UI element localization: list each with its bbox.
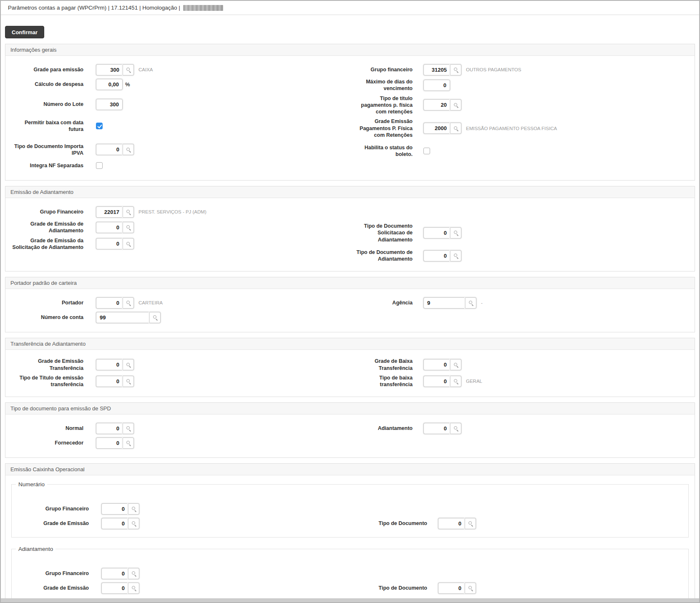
subsection-title: Numerário: [16, 481, 47, 487]
tipo-doc-solicitacao-lookup-button[interactable]: [450, 227, 461, 239]
grade-emissao-transferencia-input[interactable]: [96, 359, 123, 370]
search-icon: [453, 103, 458, 108]
grade-emissao-adiantamento-lookup-button[interactable]: [123, 222, 134, 233]
field-label: Grade de Emissão da Solicitação de Adian…: [10, 237, 83, 251]
tipo-doc-solicitacao-input[interactable]: [423, 227, 450, 239]
field-numero-lote: Número do Lote: [10, 98, 350, 110]
page-title: Parâmetros contas a pagar (WPCrPrm) | 17…: [8, 5, 180, 11]
field-caixinha-adiantamento-grupo-financeiro: Grupo Financeiro: [12, 568, 350, 579]
grade-para-emissao-input[interactable]: [96, 64, 123, 75]
tipo-titulo-emissao-transferencia-lookup-button[interactable]: [123, 376, 134, 387]
search-icon: [453, 253, 458, 258]
calculo-despesa-input[interactable]: [96, 79, 123, 90]
tipo-baixa-transferencia-input[interactable]: [423, 376, 450, 387]
field-description: EMISSÃO PAGAMENTO PESSOA FISICA: [466, 126, 557, 131]
grade-emissao-transferencia-lookup-button[interactable]: [123, 359, 134, 370]
numero-conta-input[interactable]: [96, 312, 149, 323]
numerario-grupo-financeiro-input[interactable]: [101, 503, 128, 515]
field-numero-conta: Número de conta: [10, 312, 350, 323]
spd-normal-lookup-button[interactable]: [123, 423, 134, 434]
numerario-grade-emissao-input[interactable]: [101, 518, 128, 529]
tipo-titulo-emissao-transferencia-input[interactable]: [96, 376, 123, 387]
grade-baixa-transferencia-input[interactable]: [423, 359, 450, 370]
grade-baixa-transferencia-lookup-button[interactable]: [450, 359, 461, 370]
tipo-doc-ipva-input[interactable]: [96, 144, 123, 155]
subsection-adiantamento: Adiantamento Grupo Financeiro: [11, 546, 689, 602]
section-title: Portador padrão de carteira: [5, 277, 695, 289]
search-icon: [126, 379, 131, 384]
habilita-status-checkbox[interactable]: [423, 148, 430, 154]
field-label: Integra NF Separadas: [10, 162, 83, 169]
field-label: Agência: [350, 299, 413, 306]
maximo-dias-input[interactable]: [423, 80, 450, 91]
tipo-titulo-pf-input[interactable]: [423, 99, 450, 111]
search-icon: [453, 67, 458, 72]
caixinha-adiantamento-grade-emissao-lookup-button[interactable]: [128, 583, 139, 594]
spd-adiantamento-input[interactable]: [423, 423, 450, 434]
field-label: Grade Emissão Pagamentos P. Física com R…: [350, 118, 413, 138]
field-label: Portador: [10, 299, 83, 306]
grupo-financeiro-input[interactable]: [423, 64, 450, 75]
numero-conta-lookup-button[interactable]: [149, 312, 161, 323]
grupo-financeiro-adiantamento-lookup-button[interactable]: [123, 206, 134, 218]
caixinha-adiantamento-grade-emissao-input[interactable]: [101, 583, 128, 594]
spd-fornecedor-input[interactable]: [96, 437, 123, 449]
field-maximo-dias: Máximo de dias do vencimento: [350, 78, 690, 92]
grupo-financeiro-adiantamento-input[interactable]: [96, 206, 123, 218]
portador-input[interactable]: [96, 297, 123, 309]
search-icon: [468, 300, 473, 305]
horizontal-scrollbar[interactable]: [1, 598, 699, 602]
grade-para-emissao-lookup-button[interactable]: [123, 64, 134, 75]
numerario-tipo-documento-lookup-button[interactable]: [465, 518, 476, 529]
field-spd-normal: Normal: [10, 422, 350, 434]
field-label: Máximo de dias do vencimento: [350, 78, 413, 92]
caixinha-adiantamento-grupo-financeiro-lookup-button[interactable]: [128, 568, 139, 579]
field-numerario-tipo-documento: Tipo de Documento: [350, 518, 688, 529]
caixinha-adiantamento-grupo-financeiro-input[interactable]: [101, 568, 128, 579]
field-label: Grade para emissão: [10, 66, 83, 73]
caixinha-adiantamento-tipo-documento-lookup-button[interactable]: [465, 583, 476, 594]
tipo-titulo-pf-lookup-button[interactable]: [450, 99, 461, 111]
section-title: Informações gerais: [5, 44, 695, 56]
numerario-grade-emissao-lookup-button[interactable]: [128, 518, 139, 529]
tipo-doc-ipva-lookup-button[interactable]: [123, 144, 134, 155]
agencia-input[interactable]: [423, 297, 465, 309]
caixinha-adiantamento-tipo-documento-input[interactable]: [438, 583, 465, 594]
permitir-baixa-checkbox[interactable]: [96, 123, 103, 129]
section-spd: Tipo de documento para emissão de SPD No…: [5, 402, 695, 458]
numerario-tipo-documento-input[interactable]: [438, 518, 465, 529]
grupo-financeiro-lookup-button[interactable]: [450, 64, 461, 75]
search-icon: [126, 440, 131, 445]
tipo-doc-adiantamento-input[interactable]: [423, 250, 450, 261]
spd-fornecedor-lookup-button[interactable]: [123, 437, 134, 449]
section-title: Transferência de Adiantamento: [5, 338, 695, 350]
field-label: Tipo de Documento: [350, 520, 427, 527]
spd-normal-input[interactable]: [96, 423, 123, 434]
search-icon: [126, 241, 131, 246]
confirm-button[interactable]: Confirmar: [5, 26, 44, 38]
field-label: Grade de Emissão Transferência: [10, 358, 83, 372]
portador-lookup-button[interactable]: [123, 297, 134, 309]
grade-emissao-solicitacao-input[interactable]: [96, 238, 123, 249]
field-label: Habilita o status do boleto.: [350, 144, 413, 158]
search-icon: [153, 315, 158, 320]
field-label: Grupo Financeiro: [12, 570, 89, 577]
tipo-doc-adiantamento-lookup-button[interactable]: [450, 250, 461, 261]
agencia-lookup-button[interactable]: [465, 297, 476, 309]
field-tipo-titulo-pf: Tipo de título pagamentos p. física com …: [350, 95, 690, 116]
tipo-baixa-transferencia-lookup-button[interactable]: [450, 376, 461, 387]
grade-emissao-solicitacao-lookup-button[interactable]: [123, 238, 134, 249]
field-label: Grade de Baixa Transferência: [350, 358, 413, 372]
grade-emissao-adiantamento-input[interactable]: [96, 222, 123, 233]
spd-adiantamento-lookup-button[interactable]: [450, 423, 461, 434]
numero-lote-input[interactable]: [96, 99, 123, 110]
numerario-grupo-financeiro-lookup-button[interactable]: [128, 503, 139, 515]
field-label: Grupo financeiro: [350, 66, 413, 73]
field-grupo-financeiro: Grupo financeiro OUTROS PAGAMENTOS: [350, 64, 690, 75]
search-icon: [468, 585, 473, 590]
integra-nf-checkbox[interactable]: [96, 162, 103, 169]
grade-emissao-pf-input[interactable]: [423, 123, 450, 134]
grade-emissao-pf-lookup-button[interactable]: [450, 123, 461, 134]
section-title: Tipo de documento para emissão de SPD: [5, 403, 695, 415]
field-tipo-titulo-emissao-transferencia: Tipo de Título de emissão transferência: [10, 374, 350, 388]
